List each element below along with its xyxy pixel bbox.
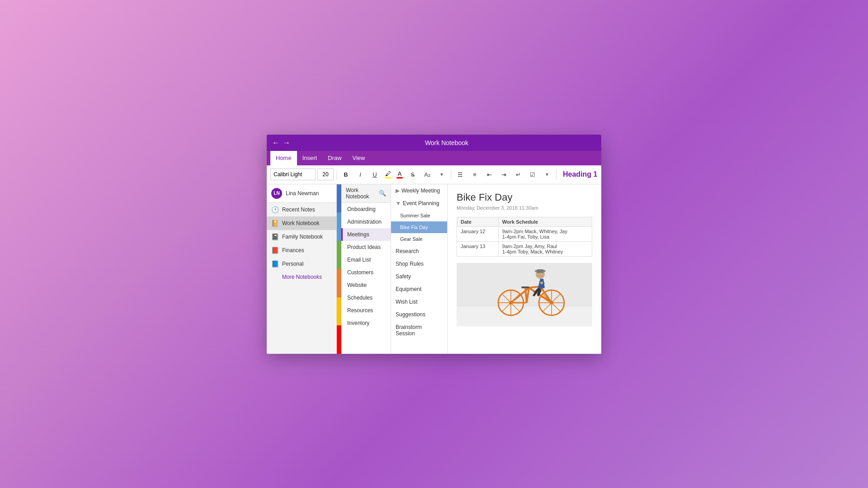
notebook-finances[interactable]: 📕 Finances bbox=[267, 244, 336, 257]
schedule-header-date: Date bbox=[457, 217, 499, 226]
section-email-list[interactable]: Email List bbox=[341, 253, 391, 266]
user-name: Lina Newman bbox=[286, 190, 319, 197]
sections-search-icon[interactable]: 🔍 bbox=[379, 190, 386, 197]
personal-label: Personal bbox=[282, 261, 303, 267]
toolbar-divider-1 bbox=[336, 169, 337, 180]
nav-arrows: ← → bbox=[272, 139, 290, 147]
schedule-detail-1: 9am-2pm Mack, Whitney, Jay1-4pm Fai, Tob… bbox=[498, 226, 592, 241]
expand-icon-event: ▼ bbox=[396, 200, 401, 206]
note-date: Monday, December 3, 2018 11:30am bbox=[457, 205, 592, 211]
bike-image bbox=[457, 263, 592, 326]
page-brainstorm-session[interactable]: Brainstorm Session bbox=[391, 321, 447, 340]
font-color-button[interactable]: A bbox=[395, 169, 405, 179]
family-notebook-label: Family Notebook bbox=[282, 234, 323, 240]
bold-button[interactable]: B bbox=[340, 169, 352, 180]
section-tab-3[interactable] bbox=[337, 269, 341, 297]
title-bar: ← → Work Notebook bbox=[267, 135, 601, 151]
outdent-button[interactable]: ⇤ bbox=[483, 169, 495, 180]
section-tab-2[interactable] bbox=[337, 241, 341, 269]
section-customers[interactable]: Customers bbox=[341, 266, 391, 279]
menu-bar: Home Insert Draw View bbox=[267, 151, 601, 165]
font-size-input[interactable] bbox=[317, 169, 334, 180]
notebook-work[interactable]: 📔 Work Notebook bbox=[267, 216, 336, 230]
section-schedules[interactable]: Schedules bbox=[341, 291, 391, 304]
notebooks-panel: LN Lina Newman 🕐 Recent Notes 📔 Work Not… bbox=[267, 184, 337, 354]
toolbar-divider-3 bbox=[556, 169, 557, 180]
app-window: ← → Work Notebook Home Insert Draw View … bbox=[267, 135, 601, 354]
sections-panel: Work Notebook 🔍 Onboarding Administratio… bbox=[341, 184, 391, 354]
recent-notes-icon: 🕐 bbox=[271, 206, 278, 213]
italic-button[interactable]: I bbox=[354, 169, 367, 180]
page-suggestions[interactable]: Suggestions bbox=[391, 308, 447, 321]
list-more-button[interactable]: ▾ bbox=[541, 169, 553, 180]
more-notebooks-link[interactable]: More Notebooks bbox=[267, 271, 336, 283]
page-event-planning[interactable]: ▼ Event Planning bbox=[391, 197, 447, 210]
schedule-table: Date Work Schedule January 12 9am-2pm Ma… bbox=[457, 217, 592, 257]
strikethrough-button[interactable]: S̶ bbox=[406, 169, 419, 180]
indent2-button[interactable]: ↵ bbox=[512, 169, 524, 180]
toolbar-divider-2 bbox=[451, 169, 451, 180]
section-inventory[interactable]: Inventory bbox=[341, 317, 391, 329]
section-onboarding[interactable]: Onboarding bbox=[341, 203, 391, 216]
page-equipment[interactable]: Equipment bbox=[391, 283, 447, 296]
pages-panel: ▶ Weekly Meeting ▼ Event Planning Summer… bbox=[391, 184, 448, 354]
highlight-button[interactable]: 🖊 bbox=[383, 169, 393, 179]
finances-icon: 📕 bbox=[271, 247, 278, 254]
menu-home[interactable]: Home bbox=[270, 151, 297, 165]
section-tab-0[interactable] bbox=[337, 184, 341, 213]
schedule-row-1: January 12 9am-2pm Mack, Whitney, Jay1-4… bbox=[457, 226, 592, 241]
checkbox-button[interactable]: ☑ bbox=[526, 169, 539, 180]
menu-draw[interactable]: Draw bbox=[322, 151, 347, 165]
work-notebook-icon: 📔 bbox=[271, 220, 278, 227]
highlight-icon: 🖊 bbox=[385, 170, 391, 177]
section-meetings[interactable]: Meetings bbox=[341, 228, 391, 241]
indent-button[interactable]: ⇥ bbox=[497, 169, 510, 180]
expand-icon-weekly: ▶ bbox=[396, 188, 400, 194]
section-tab-4[interactable] bbox=[337, 297, 341, 326]
page-bike-fix-day[interactable]: Bike Fix Day bbox=[391, 221, 447, 233]
heading-style-label: Heading 1 bbox=[563, 170, 597, 178]
font-selector[interactable] bbox=[270, 169, 316, 180]
work-notebook-label: Work Notebook bbox=[282, 220, 319, 226]
schedule-header-schedule: Work Schedule bbox=[498, 217, 592, 226]
toolbar: B I U 🖊 A S̶ A₂ ▾ ☰ ≡ ⇤ ⇥ ↵ ☑ ▾ Heading … bbox=[267, 165, 601, 184]
schedule-date-1: January 12 bbox=[457, 226, 499, 241]
notebook-personal[interactable]: 📘 Personal bbox=[267, 257, 336, 271]
note-title: Bike Fix Day bbox=[457, 192, 592, 203]
menu-insert[interactable]: Insert bbox=[297, 151, 323, 165]
page-wish-list[interactable]: Wish List bbox=[391, 296, 447, 308]
recent-notes-label: Recent Notes bbox=[282, 206, 315, 213]
back-button[interactable]: ← bbox=[272, 139, 279, 147]
highlight-bar bbox=[385, 177, 391, 178]
section-resources[interactable]: Resources bbox=[341, 304, 391, 317]
page-summer-sale[interactable]: Summer Sale bbox=[391, 210, 447, 221]
notebook-family[interactable]: 📓 Family Notebook bbox=[267, 230, 336, 244]
menu-view[interactable]: View bbox=[347, 151, 371, 165]
forward-button[interactable]: → bbox=[283, 139, 290, 147]
section-website[interactable]: Website bbox=[341, 279, 391, 291]
page-safety[interactable]: Safety bbox=[391, 270, 447, 283]
page-gear-sale[interactable]: Gear Sale bbox=[391, 233, 447, 245]
user-avatar: LN bbox=[271, 188, 282, 199]
bullet-list-button[interactable]: ☰ bbox=[454, 169, 467, 180]
font-color-bar bbox=[396, 177, 403, 178]
page-weekly-meeting[interactable]: ▶ Weekly Meeting bbox=[391, 184, 447, 197]
page-research[interactable]: Research bbox=[391, 245, 447, 258]
format-more-button[interactable]: ▾ bbox=[435, 169, 448, 180]
section-product-ideas[interactable]: Product Ideas bbox=[341, 241, 391, 253]
section-tab-5[interactable] bbox=[337, 325, 341, 354]
section-tab-1[interactable] bbox=[337, 212, 341, 241]
subscript-button[interactable]: A₂ bbox=[421, 169, 434, 180]
underline-button[interactable]: U bbox=[368, 169, 381, 180]
sections-panel-title: Work Notebook bbox=[346, 187, 379, 200]
font-color-icon: A bbox=[398, 170, 402, 177]
svg-rect-24 bbox=[521, 286, 529, 288]
svg-point-30 bbox=[540, 282, 543, 284]
notebook-recent-notes[interactable]: 🕐 Recent Notes bbox=[267, 203, 336, 216]
sections-header: Work Notebook 🔍 bbox=[341, 184, 391, 203]
page-shop-rules[interactable]: Shop Rules bbox=[391, 258, 447, 270]
section-administration[interactable]: Administration bbox=[341, 216, 391, 228]
bike-svg bbox=[457, 263, 592, 326]
numbered-list-button[interactable]: ≡ bbox=[468, 169, 481, 180]
notebooks-header: LN Lina Newman bbox=[267, 184, 336, 203]
